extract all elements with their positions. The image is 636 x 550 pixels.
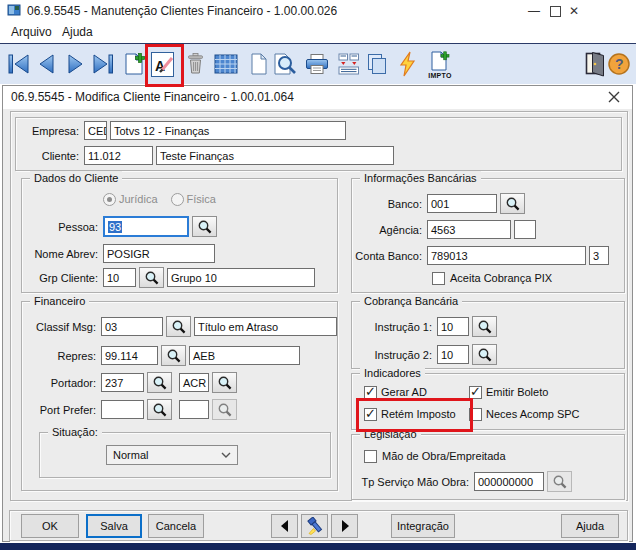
toolbar: A IMPTO xyxy=(0,44,636,84)
pessoa-input[interactable]: 93 xyxy=(103,216,189,237)
pix-checkbox[interactable] xyxy=(432,272,445,285)
empresa-code-input[interactable]: CED xyxy=(84,121,107,140)
portador-tipo-input[interactable]: ACR xyxy=(179,373,209,392)
delete-record-button[interactable] xyxy=(180,47,210,81)
menu-ajuda[interactable]: Ajuda xyxy=(58,22,97,43)
agencia-digit-input[interactable] xyxy=(514,220,536,239)
classif-msg-lookup-button[interactable] xyxy=(166,316,191,337)
radio-juridica[interactable] xyxy=(103,193,116,206)
port-prefer-tipo-input[interactable] xyxy=(179,400,209,419)
ok-button[interactable]: OK xyxy=(21,514,79,538)
conta-banco-input[interactable]: 789013 xyxy=(427,246,586,265)
last-record-button[interactable] xyxy=(88,47,118,81)
instrucao1-lookup-button[interactable] xyxy=(472,316,497,337)
gerar-ad-checkbox[interactable] xyxy=(364,386,377,399)
cancela-button[interactable]: Cancela xyxy=(148,514,204,538)
delete-record-icon xyxy=(184,52,207,76)
next-record-button[interactable] xyxy=(60,47,90,81)
port-prefer-tipo-lookup-button xyxy=(212,399,237,420)
tp-servico-input[interactable]: 000000000 xyxy=(474,472,544,491)
empresa-name-value: Totvs 12 - Finanças xyxy=(114,125,209,137)
batch-process-button[interactable] xyxy=(334,47,364,81)
neces-acomp-spc-checkbox[interactable] xyxy=(469,408,482,421)
magnifier-icon xyxy=(217,402,233,418)
cliente-name-input[interactable]: Teste Finanças xyxy=(156,146,394,165)
copy-button[interactable] xyxy=(362,47,392,81)
classif-msg-desc-input[interactable]: Título em Atraso xyxy=(194,317,337,336)
port-prefer-input[interactable] xyxy=(101,400,144,419)
portador-input[interactable]: 237 xyxy=(101,373,144,392)
empresa-code-value: CED xyxy=(88,125,107,137)
agencia-label: Agência: xyxy=(379,224,422,236)
impto-button[interactable]: IMPTO xyxy=(422,47,458,81)
print-button[interactable] xyxy=(302,47,332,81)
preview-document-button[interactable] xyxy=(270,47,300,81)
prev-record-button[interactable] xyxy=(32,47,62,81)
situacao-select[interactable]: Normal xyxy=(106,445,238,465)
repres-row: Repres: 99.114 AEB xyxy=(101,345,300,366)
close-button[interactable]: ✕ xyxy=(563,0,585,22)
classif-msg-input[interactable]: 03 xyxy=(101,317,163,336)
help-button[interactable]: ? xyxy=(604,47,634,81)
nome-abrev-input[interactable]: POSIGR xyxy=(103,244,215,263)
magnifier-icon xyxy=(152,375,168,391)
magnifier-icon xyxy=(197,219,213,235)
instrucao2-lookup-button[interactable] xyxy=(472,344,497,365)
grid-view-button[interactable] xyxy=(211,47,241,81)
grp-cliente-desc: Grupo 10 xyxy=(171,272,217,284)
port-prefer-lookup-button[interactable] xyxy=(147,399,172,420)
minimize-button[interactable]: — xyxy=(523,0,545,22)
banco-row: Banco: 001 xyxy=(427,193,525,214)
portador-lookup-button[interactable] xyxy=(147,372,172,393)
repres-input[interactable]: 99.114 xyxy=(101,346,158,365)
salva-button[interactable]: Salva xyxy=(86,514,142,538)
ajuda-button[interactable]: Ajuda xyxy=(561,514,619,538)
add-record-button[interactable] xyxy=(119,47,149,81)
grp-cliente-input[interactable]: 10 xyxy=(103,268,136,287)
empresa-name-input[interactable]: Totvs 12 - Finanças xyxy=(110,121,346,140)
nome-abrev-row: Nome Abrev: POSIGR xyxy=(103,243,215,264)
attachment-flashlight-button[interactable] xyxy=(301,514,328,538)
banco-lookup-button[interactable] xyxy=(500,193,525,214)
instrucao1-value: 10 xyxy=(441,321,453,333)
add-record-icon xyxy=(122,51,146,77)
portador-label: Portador: xyxy=(51,377,96,389)
copy-icon xyxy=(365,52,389,76)
retem-imposto-label: Retém Imposto xyxy=(381,408,456,420)
magnifier-icon xyxy=(477,319,493,335)
empresa-row: Empresa: CED Totvs 12 - Finanças xyxy=(84,120,346,141)
instrucao1-label: Instrução 1: xyxy=(375,321,432,333)
cliente-name-value: Teste Finanças xyxy=(160,150,234,162)
repres-lookup-button[interactable] xyxy=(161,345,186,366)
instrucao1-input[interactable]: 10 xyxy=(437,317,469,336)
retem-imposto-checkbox[interactable] xyxy=(364,408,377,421)
repres-desc-input[interactable]: AEB xyxy=(189,346,300,365)
prev-item-button[interactable] xyxy=(271,514,298,538)
conta-digit-input[interactable]: 3 xyxy=(589,246,609,265)
instrucao2-row: Instrução 2: 10 xyxy=(437,344,497,365)
modify-record-button[interactable]: A xyxy=(148,47,178,81)
grp-cliente-code: 10 xyxy=(107,272,119,284)
classif-msg-label: Classif Msg: xyxy=(36,321,96,333)
instrucao2-input[interactable]: 10 xyxy=(437,345,469,364)
cliente-code-input[interactable]: 11.012 xyxy=(84,146,153,165)
integracao-button[interactable]: Integração xyxy=(391,514,455,538)
first-record-button[interactable] xyxy=(4,47,34,81)
banco-input[interactable]: 001 xyxy=(427,194,497,213)
radio-fisica[interactable] xyxy=(171,193,184,206)
dialog-close-button[interactable] xyxy=(604,88,624,106)
banco-value: 001 xyxy=(431,198,449,210)
grp-cliente-lookup-button[interactable] xyxy=(139,267,164,288)
quick-execute-button[interactable] xyxy=(392,47,422,81)
pessoa-lookup-button[interactable] xyxy=(192,216,217,237)
conta-banco-label: Conta Banco: xyxy=(355,250,422,262)
next-item-button[interactable] xyxy=(331,514,358,538)
mao-obra-checkbox[interactable] xyxy=(364,450,377,463)
agencia-input[interactable]: 4563 xyxy=(427,220,511,239)
portador-tipo-lookup-button[interactable] xyxy=(212,372,237,393)
emitir-boleto-checkbox[interactable] xyxy=(469,386,482,399)
magnifier-icon xyxy=(144,270,160,286)
menu-arquivo[interactable]: Arquivo xyxy=(7,22,56,43)
grp-cliente-desc-input[interactable]: Grupo 10 xyxy=(167,268,315,287)
magnifier-icon xyxy=(152,402,168,418)
